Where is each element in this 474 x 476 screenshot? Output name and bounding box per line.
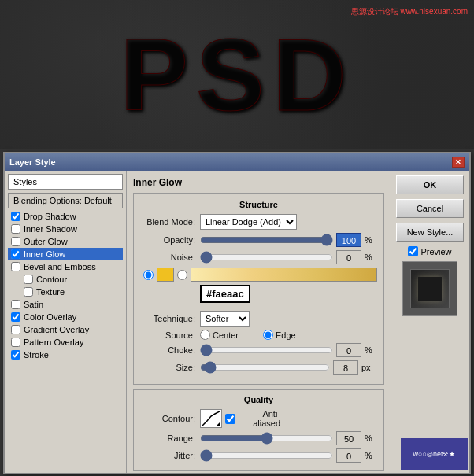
- technique-select[interactable]: Softer Precise: [200, 311, 250, 327]
- contour-label: Contour: [36, 275, 67, 284]
- preview-checkbox[interactable]: [408, 246, 418, 256]
- inner-glow-label: Inner Glow: [24, 249, 65, 259]
- range-value: 50: [336, 431, 361, 445]
- contour-row: Contour: Anti-aliased: [140, 409, 377, 428]
- noise-percent: %: [365, 253, 377, 262]
- satin-checkbox[interactable]: [11, 300, 20, 309]
- watermark-text: w○○◎net※★: [413, 450, 456, 458]
- ok-button[interactable]: OK: [396, 175, 464, 194]
- hex-color-display[interactable]: #faeaac: [200, 285, 250, 303]
- layer-item-contour[interactable]: Contour: [8, 273, 123, 286]
- noise-slider[interactable]: [200, 252, 333, 263]
- jitter-value: 0: [336, 448, 361, 463]
- color-overlay-label: Color Overlay: [24, 312, 76, 322]
- edge-label: Edge: [276, 330, 296, 340]
- contour-label: Contour:: [140, 414, 195, 423]
- jitter-slider[interactable]: [200, 450, 333, 461]
- color-swatch[interactable]: [157, 268, 174, 282]
- opacity-row: Opacity: 100 %: [140, 233, 377, 247]
- range-row: Range: 50 %: [140, 431, 377, 445]
- gradient-color-radio[interactable]: [177, 270, 187, 280]
- main-panel: Inner Glow Structure Blend Mode: Linear …: [127, 171, 391, 473]
- new-style-button[interactable]: New Style...: [396, 223, 464, 242]
- contour-control: Anti-aliased: [200, 409, 377, 428]
- edge-radio[interactable]: [263, 330, 273, 340]
- opacity-label: Opacity:: [140, 235, 195, 245]
- preview-psd-text: PSD: [120, 16, 354, 134]
- layer-item-color-overlay[interactable]: Color Overlay: [8, 311, 123, 323]
- drop-shadow-checkbox[interactable]: [11, 212, 20, 221]
- layer-item-drop-shadow[interactable]: Drop Shadow: [8, 210, 123, 223]
- layer-item-satin[interactable]: Satin: [8, 298, 123, 311]
- layer-item-gradient-overlay[interactable]: Gradient Overlay: [8, 323, 123, 336]
- preview-thumbnail: [402, 261, 457, 316]
- size-value: 8: [333, 360, 358, 375]
- quality-box: Quality Contour:: [133, 389, 384, 471]
- stroke-checkbox[interactable]: [11, 350, 20, 360]
- color-swatch-row: [140, 268, 377, 282]
- layer-item-pattern-overlay[interactable]: Pattern Overlay: [8, 336, 123, 349]
- inner-shadow-label: Inner Shadow: [24, 224, 77, 234]
- layer-item-stroke[interactable]: Stroke: [8, 349, 123, 361]
- range-control: 50 %: [200, 431, 377, 445]
- inner-shadow-checkbox[interactable]: [11, 224, 20, 234]
- choke-control: 0 %: [200, 343, 377, 357]
- dialog-body: Styles Blending Options: Default Drop Sh…: [5, 171, 469, 473]
- layer-item-bevel-emboss[interactable]: Bevel and Emboss: [8, 260, 123, 273]
- structure-title: Structure: [140, 200, 377, 209]
- outer-glow-checkbox[interactable]: [11, 237, 20, 246]
- technique-control: Softer Precise: [200, 311, 377, 327]
- dialog-titlebar: Layer Style ✕: [5, 153, 469, 171]
- stroke-label: Stroke: [24, 350, 49, 360]
- noise-control: 0 %: [200, 250, 377, 264]
- color-overlay-checkbox[interactable]: [11, 312, 20, 322]
- preview-label: Preview: [420, 247, 451, 256]
- structure-box: Structure Blend Mode: Linear Dodge (Add)…: [133, 193, 384, 385]
- blend-mode-select[interactable]: Linear Dodge (Add) Normal Screen Overlay: [200, 214, 297, 230]
- range-slider[interactable]: [200, 433, 333, 444]
- noise-label: Noise:: [140, 253, 195, 262]
- solid-color-radio[interactable]: [143, 270, 154, 280]
- size-row: Size: 8 px: [140, 360, 377, 375]
- gradient-overlay-checkbox[interactable]: [11, 325, 20, 334]
- opacity-percent: %: [365, 235, 377, 245]
- contour-checkbox[interactable]: [24, 275, 33, 284]
- inner-glow-checkbox[interactable]: [11, 249, 20, 259]
- range-label: Range:: [140, 434, 195, 443]
- layer-item-inner-shadow[interactable]: Inner Shadow: [8, 223, 123, 235]
- anti-alias-text: Anti-aliased: [238, 409, 280, 428]
- jitter-control: 0 %: [200, 448, 377, 463]
- watermark-top: 思源设计论坛 www.nisexuan.com: [351, 6, 468, 17]
- technique-label: Technique:: [140, 314, 195, 323]
- source-row: Source: Center Edge: [140, 330, 377, 340]
- source-control: Center Edge: [200, 330, 377, 340]
- pattern-overlay-checkbox[interactable]: [11, 338, 20, 347]
- layer-item-texture[interactable]: Texture: [8, 286, 123, 298]
- cancel-button[interactable]: Cancel: [396, 199, 464, 218]
- choke-slider[interactable]: [200, 345, 333, 356]
- layer-item-inner-glow[interactable]: Inner Glow: [8, 248, 123, 260]
- bevel-emboss-label: Bevel and Emboss: [24, 262, 96, 271]
- styles-item[interactable]: Styles: [8, 174, 123, 190]
- opacity-slider[interactable]: [200, 234, 333, 245]
- center-radio[interactable]: [200, 330, 210, 340]
- anti-alias-checkbox[interactable]: [225, 414, 235, 424]
- bevel-emboss-checkbox[interactable]: [11, 262, 20, 271]
- gradient-bar[interactable]: [191, 268, 377, 282]
- section-title: Inner Glow: [133, 177, 384, 188]
- blending-options-item[interactable]: Blending Options: Default: [8, 193, 123, 208]
- blend-mode-control: Linear Dodge (Add) Normal Screen Overlay: [200, 214, 377, 230]
- size-slider[interactable]: [200, 362, 330, 373]
- choke-value: 0: [336, 343, 361, 357]
- drop-shadow-label: Drop Shadow: [24, 212, 76, 221]
- close-button[interactable]: ✕: [452, 157, 465, 168]
- texture-checkbox[interactable]: [24, 287, 33, 297]
- quality-title: Quality: [140, 395, 377, 404]
- jitter-row: Jitter: 0 %: [140, 448, 377, 463]
- preview-thumb-square: [418, 277, 442, 301]
- blend-mode-row: Blend Mode: Linear Dodge (Add) Normal Sc…: [140, 214, 377, 230]
- layer-item-outer-glow[interactable]: Outer Glow: [8, 235, 123, 248]
- source-label: Source:: [140, 330, 195, 340]
- left-panel: Styles Blending Options: Default Drop Sh…: [5, 171, 127, 473]
- contour-preview-button[interactable]: [200, 409, 222, 428]
